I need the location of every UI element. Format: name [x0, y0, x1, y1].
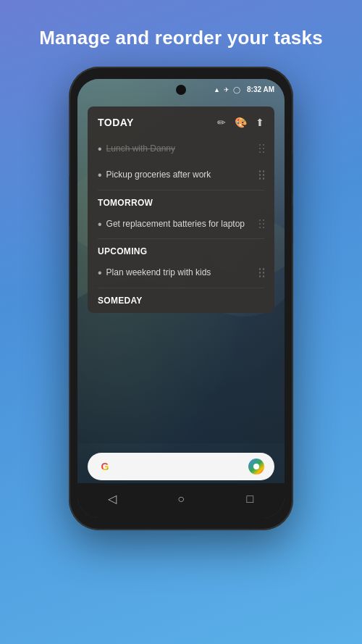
- task-text-trip: Plan weekend trip with kids: [106, 267, 211, 279]
- edit-icon[interactable]: ✏: [217, 117, 226, 128]
- airplane-icon: ✈: [224, 86, 230, 93]
- wifi-icon: ▲: [214, 86, 220, 93]
- task-bullet-2: •: [98, 170, 102, 181]
- mic-dot: [253, 464, 259, 469]
- task-bullet: •: [98, 143, 102, 155]
- task-text-batteries: Get replacement batteries for laptop: [106, 218, 245, 230]
- status-icons: ▲ ✈ ◯ 8:32 AM: [214, 85, 274, 93]
- section-tomorrow: TOMORROW: [88, 192, 274, 211]
- task-bullet-3: •: [98, 219, 102, 230]
- task-item-trip[interactable]: • Plan weekend trip with kids: [88, 259, 274, 286]
- task-item-lunch[interactable]: • Lunch with Danny: [88, 135, 274, 162]
- phone-screen: ▲ ✈ ◯ 8:32 AM TODAY ✏ 🎨 ⬆ •: [77, 79, 285, 518]
- page-headline: Manage and reorder your tasks: [17, 26, 345, 51]
- task-text-wrap-2: • Pickup groceries after work: [98, 169, 256, 181]
- phone-shell: ▲ ✈ ◯ 8:32 AM TODAY ✏ 🎨 ⬆ •: [69, 67, 293, 530]
- drag-handle-4[interactable]: [256, 265, 268, 280]
- search-bar[interactable]: G: [88, 453, 274, 480]
- power-button-top: [292, 154, 293, 193]
- task-text-completed: Lunch with Danny: [106, 143, 175, 155]
- palette-icon[interactable]: 🎨: [235, 117, 247, 128]
- share-icon[interactable]: ⬆: [256, 117, 264, 128]
- task-item-groceries[interactable]: • Pickup groceries after work: [88, 162, 274, 188]
- google-g-letter: G: [101, 461, 109, 472]
- task-text-groceries: Pickup groceries after work: [106, 169, 211, 181]
- task-card: TODAY ✏ 🎨 ⬆ • Lunch with Danny: [88, 106, 274, 313]
- search-bar-row: G: [88, 453, 274, 480]
- task-bullet-4: •: [98, 267, 102, 279]
- google-assistant-button[interactable]: [248, 459, 264, 474]
- back-button[interactable]: ◁: [99, 486, 125, 512]
- recents-button[interactable]: □: [237, 486, 263, 512]
- power-button-bottom: [292, 204, 293, 244]
- card-actions: ✏ 🎨 ⬆: [217, 117, 264, 128]
- card-title: TODAY: [98, 117, 134, 128]
- divider-3: [98, 288, 264, 288]
- task-item-batteries[interactable]: • Get replacement batteries for laptop: [88, 211, 274, 238]
- status-time: 8:32 AM: [247, 85, 274, 93]
- task-text-wrap-4: • Plan weekend trip with kids: [98, 267, 256, 279]
- drag-handle-2[interactable]: [256, 167, 268, 183]
- divider-1: [98, 190, 264, 191]
- bottom-nav: ◁ ○ □: [77, 483, 285, 518]
- drag-handle[interactable]: [256, 141, 268, 156]
- google-logo: G: [98, 459, 112, 474]
- drag-handle-3[interactable]: [256, 217, 268, 232]
- card-header: TODAY ✏ 🎨 ⬆: [88, 117, 274, 135]
- task-text-wrap-3: • Get replacement batteries for laptop: [98, 218, 256, 230]
- divider-2: [98, 238, 264, 239]
- section-upcoming: UPCOMING: [88, 241, 274, 259]
- alarm-icon: ◯: [233, 86, 240, 93]
- section-someday: SOMEDAY: [88, 290, 274, 309]
- camera-notch: [176, 85, 186, 95]
- home-button[interactable]: ○: [168, 486, 194, 512]
- task-text-wrap: • Lunch with Danny: [98, 143, 256, 155]
- volume-button: [69, 175, 70, 226]
